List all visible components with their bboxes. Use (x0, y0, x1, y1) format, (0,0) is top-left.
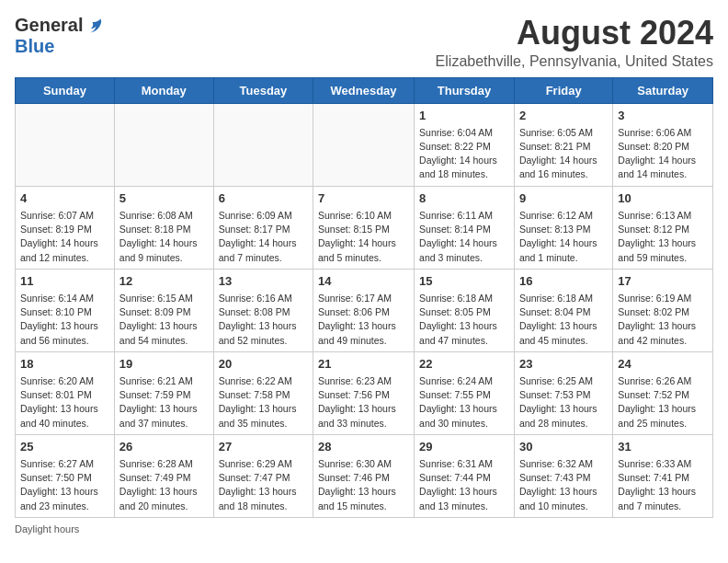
day-cell (16, 103, 115, 186)
day-number: 12 (119, 273, 209, 290)
day-cell: 3Sunrise: 6:06 AM Sunset: 8:20 PM Daylig… (613, 103, 713, 186)
day-info: Sunrise: 6:17 AM Sunset: 8:06 PM Dayligh… (318, 293, 396, 346)
week-row-4: 18Sunrise: 6:20 AM Sunset: 8:01 PM Dayli… (16, 351, 713, 434)
day-info: Sunrise: 6:08 AM Sunset: 8:18 PM Dayligh… (119, 210, 198, 263)
day-cell: 29Sunrise: 6:31 AM Sunset: 7:44 PM Dayli… (415, 434, 515, 517)
day-cell: 20Sunrise: 6:22 AM Sunset: 7:58 PM Dayli… (213, 351, 313, 434)
logo: General Blue (15, 15, 103, 57)
col-header-wednesday: Wednesday (313, 77, 415, 103)
week-row-3: 11Sunrise: 6:14 AM Sunset: 8:10 PM Dayli… (16, 269, 713, 351)
day-info: Sunrise: 6:13 AM Sunset: 8:12 PM Dayligh… (618, 210, 696, 263)
day-number: 15 (419, 273, 509, 290)
col-header-friday: Friday (514, 77, 612, 103)
day-number: 31 (618, 439, 708, 455)
day-cell: 16Sunrise: 6:18 AM Sunset: 8:04 PM Dayli… (514, 269, 612, 351)
footer-note: Daylight hours (15, 523, 713, 534)
day-cell: 4Sunrise: 6:07 AM Sunset: 8:19 PM Daylig… (16, 186, 115, 269)
day-number: 13 (219, 273, 308, 290)
day-info: Sunrise: 6:27 AM Sunset: 7:50 PM Dayligh… (20, 458, 98, 511)
day-cell: 27Sunrise: 6:29 AM Sunset: 7:47 PM Dayli… (213, 434, 313, 517)
day-info: Sunrise: 6:33 AM Sunset: 7:41 PM Dayligh… (618, 458, 696, 511)
day-cell: 1Sunrise: 6:04 AM Sunset: 8:22 PM Daylig… (415, 103, 515, 186)
day-info: Sunrise: 6:04 AM Sunset: 8:22 PM Dayligh… (419, 127, 497, 180)
day-info: Sunrise: 6:11 AM Sunset: 8:14 PM Dayligh… (419, 210, 497, 263)
day-cell: 17Sunrise: 6:19 AM Sunset: 8:02 PM Dayli… (613, 269, 713, 351)
day-number: 27 (219, 439, 308, 455)
week-row-1: 1Sunrise: 6:04 AM Sunset: 8:22 PM Daylig… (16, 103, 713, 186)
header-row: SundayMondayTuesdayWednesdayThursdayFrid… (16, 77, 713, 103)
day-cell: 22Sunrise: 6:24 AM Sunset: 7:55 PM Dayli… (415, 351, 515, 434)
col-header-monday: Monday (114, 77, 213, 103)
day-cell: 12Sunrise: 6:15 AM Sunset: 8:09 PM Dayli… (114, 269, 213, 351)
day-cell: 2Sunrise: 6:05 AM Sunset: 8:21 PM Daylig… (514, 103, 612, 186)
calendar-table: SundayMondayTuesdayWednesdayThursdayFrid… (15, 77, 713, 518)
day-number: 1 (419, 108, 509, 124)
day-cell: 21Sunrise: 6:23 AM Sunset: 7:56 PM Dayli… (313, 351, 415, 434)
day-number: 21 (318, 356, 409, 373)
day-number: 10 (618, 190, 708, 207)
title-area: August 2024 Elizabethville, Pennsylvania… (436, 15, 713, 70)
day-number: 16 (519, 273, 608, 290)
day-info: Sunrise: 6:32 AM Sunset: 7:43 PM Dayligh… (519, 458, 597, 511)
day-info: Sunrise: 6:05 AM Sunset: 8:21 PM Dayligh… (519, 127, 597, 180)
col-header-sunday: Sunday (16, 77, 115, 103)
logo-bird-icon (85, 17, 103, 35)
day-cell: 14Sunrise: 6:17 AM Sunset: 8:06 PM Dayli… (313, 269, 415, 351)
day-cell: 7Sunrise: 6:10 AM Sunset: 8:15 PM Daylig… (313, 186, 415, 269)
day-cell: 15Sunrise: 6:18 AM Sunset: 8:05 PM Dayli… (415, 269, 515, 351)
day-info: Sunrise: 6:24 AM Sunset: 7:55 PM Dayligh… (419, 375, 497, 429)
day-info: Sunrise: 6:30 AM Sunset: 7:46 PM Dayligh… (318, 458, 396, 511)
day-number: 14 (318, 273, 409, 290)
day-info: Sunrise: 6:22 AM Sunset: 7:58 PM Dayligh… (219, 375, 297, 429)
day-cell: 8Sunrise: 6:11 AM Sunset: 8:14 PM Daylig… (415, 186, 515, 269)
day-number: 3 (618, 108, 708, 124)
calendar-body: 1Sunrise: 6:04 AM Sunset: 8:22 PM Daylig… (16, 103, 713, 517)
day-number: 29 (419, 439, 509, 455)
day-number: 7 (318, 190, 409, 207)
day-cell: 11Sunrise: 6:14 AM Sunset: 8:10 PM Dayli… (16, 269, 115, 351)
day-cell: 9Sunrise: 6:12 AM Sunset: 8:13 PM Daylig… (514, 186, 612, 269)
day-info: Sunrise: 6:21 AM Sunset: 7:59 PM Dayligh… (119, 375, 198, 429)
day-number: 11 (20, 273, 109, 290)
day-info: Sunrise: 6:31 AM Sunset: 7:44 PM Dayligh… (419, 458, 497, 511)
day-cell: 19Sunrise: 6:21 AM Sunset: 7:59 PM Dayli… (114, 351, 213, 434)
day-info: Sunrise: 6:23 AM Sunset: 7:56 PM Dayligh… (318, 375, 396, 429)
day-number: 26 (119, 439, 209, 455)
day-info: Sunrise: 6:07 AM Sunset: 8:19 PM Dayligh… (20, 210, 98, 263)
day-cell (313, 103, 415, 186)
day-info: Sunrise: 6:10 AM Sunset: 8:15 PM Dayligh… (318, 210, 396, 263)
day-info: Sunrise: 6:18 AM Sunset: 8:05 PM Dayligh… (419, 293, 497, 346)
day-number: 18 (20, 356, 109, 373)
col-header-tuesday: Tuesday (213, 77, 313, 103)
day-cell: 31Sunrise: 6:33 AM Sunset: 7:41 PM Dayli… (613, 434, 713, 517)
day-cell: 5Sunrise: 6:08 AM Sunset: 8:18 PM Daylig… (114, 186, 213, 269)
day-number: 25 (20, 439, 109, 455)
day-cell: 30Sunrise: 6:32 AM Sunset: 7:43 PM Dayli… (514, 434, 612, 517)
day-cell (213, 103, 313, 186)
day-info: Sunrise: 6:16 AM Sunset: 8:08 PM Dayligh… (219, 293, 297, 346)
day-info: Sunrise: 6:19 AM Sunset: 8:02 PM Dayligh… (618, 293, 696, 346)
day-info: Sunrise: 6:18 AM Sunset: 8:04 PM Dayligh… (519, 293, 597, 346)
subtitle: Elizabethville, Pennsylvania, United Sta… (436, 53, 713, 70)
day-info: Sunrise: 6:28 AM Sunset: 7:49 PM Dayligh… (119, 458, 198, 511)
main-title: August 2024 (436, 15, 713, 52)
day-number: 19 (119, 356, 209, 373)
day-cell: 23Sunrise: 6:25 AM Sunset: 7:53 PM Dayli… (514, 351, 612, 434)
day-number: 22 (419, 356, 509, 373)
col-header-thursday: Thursday (415, 77, 515, 103)
day-cell: 24Sunrise: 6:26 AM Sunset: 7:52 PM Dayli… (613, 351, 713, 434)
day-cell: 18Sunrise: 6:20 AM Sunset: 8:01 PM Dayli… (16, 351, 115, 434)
day-number: 4 (20, 190, 109, 207)
day-info: Sunrise: 6:14 AM Sunset: 8:10 PM Dayligh… (20, 293, 98, 346)
day-number: 9 (519, 190, 608, 207)
day-info: Sunrise: 6:09 AM Sunset: 8:17 PM Dayligh… (219, 210, 297, 263)
day-info: Sunrise: 6:15 AM Sunset: 8:09 PM Dayligh… (119, 293, 198, 346)
day-cell (114, 103, 213, 186)
day-cell: 6Sunrise: 6:09 AM Sunset: 8:17 PM Daylig… (213, 186, 313, 269)
day-number: 5 (119, 190, 209, 207)
day-cell: 28Sunrise: 6:30 AM Sunset: 7:46 PM Dayli… (313, 434, 415, 517)
col-header-saturday: Saturday (613, 77, 713, 103)
day-number: 6 (219, 190, 308, 207)
day-cell: 13Sunrise: 6:16 AM Sunset: 8:08 PM Dayli… (213, 269, 313, 351)
day-info: Sunrise: 6:12 AM Sunset: 8:13 PM Dayligh… (519, 210, 597, 263)
